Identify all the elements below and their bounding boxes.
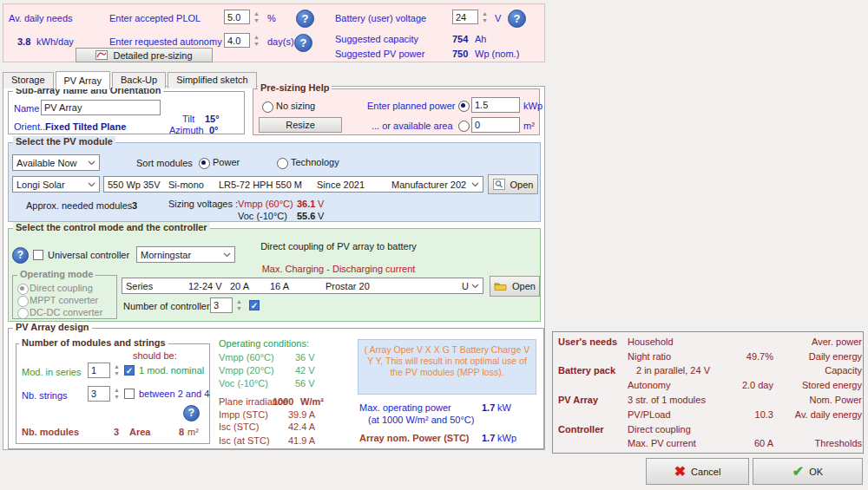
- checkbox-num-controllers[interactable]: ✓: [249, 300, 260, 310]
- presizing-help-title: Pre-sizing Help: [258, 82, 332, 94]
- autonomy-input[interactable]: [224, 33, 250, 48]
- open-controller-label: Open: [512, 281, 536, 291]
- radio-available-area[interactable]: [458, 121, 470, 132]
- plane-irradiance-unit: W/m²: [300, 396, 324, 408]
- max-charging-text: Max. Charging - Discharging current: [247, 264, 430, 275]
- ok-button[interactable]: ✔ OK: [753, 458, 863, 485]
- should-be-label: should be:: [133, 350, 177, 362]
- summary-group: Controller: [558, 423, 628, 436]
- spinner-down-icon[interactable]: ▼: [482, 17, 488, 24]
- detailed-presizing-button[interactable]: Detailed pre-sizing: [76, 48, 213, 62]
- chevron-down-icon: [88, 182, 95, 187]
- resize-button[interactable]: Resize: [259, 117, 342, 133]
- controller-brand-value: Morningstar: [141, 250, 191, 260]
- autonomy-label: Enter requested autonomy: [109, 36, 222, 48]
- modules-strings-groupbox: Number of modules and strings should be:…: [16, 343, 210, 444]
- open-controller-button[interactable]: Open: [490, 276, 540, 297]
- spinner-up-icon[interactable]: ▲: [114, 363, 120, 370]
- spinner-down-icon[interactable]: ▼: [114, 370, 120, 377]
- radio-sort-technology[interactable]: [277, 158, 288, 169]
- spinner-up-icon[interactable]: ▲: [236, 298, 242, 305]
- radio-no-sizing[interactable]: [262, 101, 273, 113]
- summary-right-label: Stored energy: [775, 379, 862, 392]
- cancel-button[interactable]: ✖ Cancel: [646, 458, 749, 485]
- spinner-up-icon[interactable]: ▲: [253, 34, 260, 41]
- spinner-down-icon[interactable]: ▼: [253, 41, 260, 48]
- module-manufacturer-dropdown[interactable]: Longi Solar: [12, 176, 100, 193]
- operating-conditions-title: Operating conditions:: [219, 338, 309, 350]
- tab-back-up[interactable]: Back-Up: [112, 72, 166, 88]
- summary-right-value: 7.33 kWh: [862, 408, 864, 421]
- battery-voltage-spinner[interactable]: ▲▼: [482, 10, 488, 24]
- voc-sizing-label: Voc (-10°C): [238, 211, 287, 222]
- vmpp60-value: 36 V: [295, 352, 315, 363]
- ok-label: OK: [809, 467, 823, 477]
- summary-right-value: 7.68 kWh: [862, 379, 864, 392]
- radio-sort-power[interactable]: [199, 158, 210, 169]
- spinner-down-icon[interactable]: ▼: [236, 305, 242, 312]
- open-module-label: Open: [510, 180, 534, 190]
- suggested-pv-unit: Wp (nom.): [475, 49, 519, 60]
- availability-dropdown[interactable]: Available Now: [12, 154, 100, 171]
- radio-direct-coupling[interactable]: [17, 284, 29, 295]
- presizing-help-groupbox: Pre-sizing Help No sizing Resize Enter p…: [253, 88, 540, 135]
- spinner-up-icon[interactable]: ▲: [114, 387, 120, 394]
- summary-right-label: Nom. Power: [775, 394, 862, 407]
- impp-label: Impp (STC): [219, 409, 268, 421]
- mod-in-series-input[interactable]: [88, 363, 110, 378]
- orientation-label: Orient..: [14, 121, 45, 133]
- checkbox-universal-controller[interactable]: [33, 250, 43, 260]
- open-module-button[interactable]: Open: [488, 174, 538, 194]
- summary-right-value: 400 Ah: [862, 364, 864, 377]
- planned-power-unit: kWp: [523, 101, 542, 112]
- spinner-down-icon[interactable]: ▼: [253, 17, 260, 24]
- num-controllers-input[interactable]: [210, 297, 233, 313]
- tab-simplified-sketch[interactable]: Simplified sketch: [168, 72, 257, 88]
- av-daily-needs-value: 3.8: [17, 36, 30, 48]
- summary-group: User's needs: [558, 336, 628, 349]
- help-icon[interactable]: ?: [183, 405, 200, 421]
- module-dropdown[interactable]: 550 Wp 35V Si-mono LR5-72 HPH 550 M Sinc…: [103, 176, 483, 193]
- help-icon[interactable]: ?: [294, 34, 312, 52]
- voc10-label: Voc (-10°C): [219, 378, 268, 389]
- battery-voltage-input[interactable]: [452, 10, 478, 24]
- nb-strings-spinner[interactable]: ▲▼: [114, 386, 120, 402]
- presizing-summary-panel: Av. daily needs 3.8 kWh/day Enter accept…: [3, 3, 545, 62]
- subarray-name-input[interactable]: [41, 100, 161, 115]
- controller-voltage: 12-24 V: [188, 281, 230, 291]
- pv-module-section: Select the PV module Available Now Sort …: [8, 142, 541, 222]
- planned-power-input[interactable]: [471, 97, 520, 113]
- autonomy-spinner[interactable]: ▲▼: [253, 33, 260, 48]
- vmpp60-label: Vmpp (60°C): [219, 352, 274, 363]
- chart-icon: [95, 50, 108, 60]
- help-icon[interactable]: ?: [508, 10, 526, 28]
- checkbox-between-2-4[interactable]: [124, 389, 135, 399]
- radio-mppt-converter[interactable]: [17, 296, 29, 307]
- max-operating-power-unit: kW: [497, 402, 511, 414]
- summary-label: Autonomy: [628, 379, 735, 392]
- plol-input[interactable]: [224, 10, 250, 24]
- spinner-up-icon[interactable]: ▲: [253, 10, 260, 17]
- spinner-down-icon[interactable]: ▼: [114, 394, 120, 401]
- mod-in-series-spinner[interactable]: ▲▼: [114, 363, 120, 378]
- available-area-input[interactable]: [471, 117, 520, 133]
- plane-irradiance-value: 1000: [273, 396, 293, 408]
- planned-power-label: Enter planned power: [367, 101, 456, 112]
- controller-brand-dropdown[interactable]: Morningstar: [136, 246, 235, 263]
- av-daily-needs-unit: kWh/day: [36, 36, 74, 48]
- num-controllers-spinner[interactable]: ▲▼: [236, 297, 242, 313]
- help-icon[interactable]: ?: [12, 247, 29, 264]
- radio-planned-power[interactable]: [458, 101, 470, 112]
- controller-suffix: U: [462, 281, 469, 291]
- tab-storage[interactable]: Storage: [3, 72, 54, 88]
- plol-spinner[interactable]: ▲▼: [253, 10, 260, 24]
- radio-dcdc-converter[interactable]: [17, 308, 29, 319]
- tilt-label: Tilt: [182, 114, 194, 125]
- summary-label: PV/PLoad: [628, 408, 735, 421]
- controller-dropdown[interactable]: Series 12-24 V 20 A 16 A Prostar 20 U: [122, 278, 483, 294]
- checkbox-mod-nominal[interactable]: ✓: [124, 365, 135, 376]
- help-icon[interactable]: ?: [296, 10, 314, 28]
- nb-strings-input[interactable]: [88, 386, 110, 402]
- spinner-up-icon[interactable]: ▲: [482, 10, 488, 17]
- tab-pv-array[interactable]: PV Array: [56, 71, 110, 89]
